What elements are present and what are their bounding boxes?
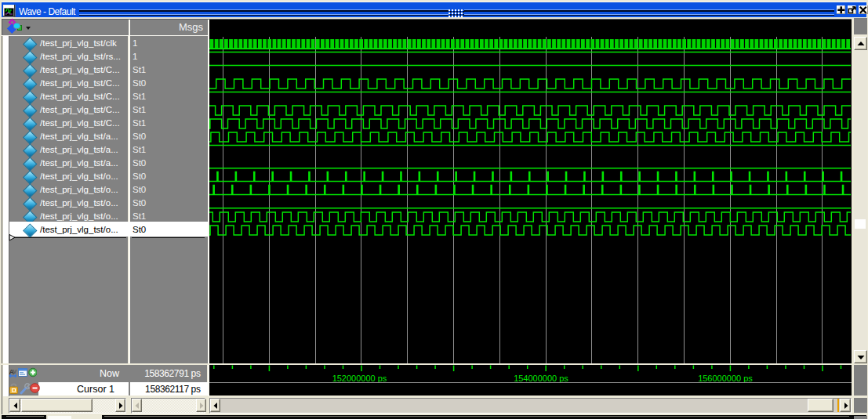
svg-text:V: V bbox=[13, 369, 17, 374]
